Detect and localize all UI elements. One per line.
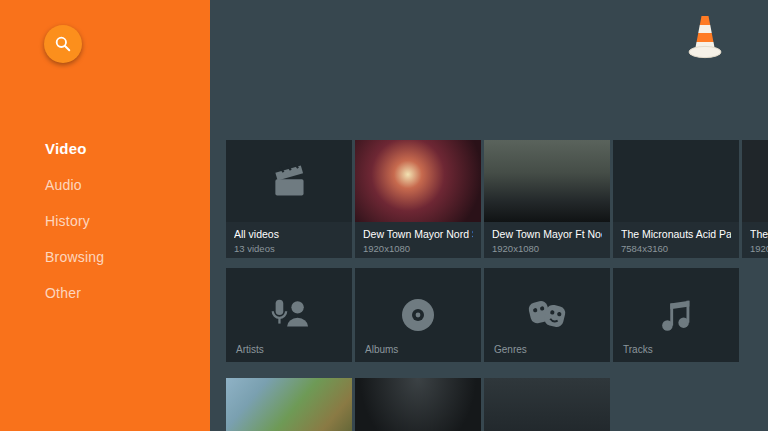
video-card[interactable]: Dew Town Mayor Nord Strea.. 1920x1080	[355, 140, 481, 258]
video-resolution: 1920	[750, 243, 768, 254]
search-button[interactable]	[44, 25, 82, 63]
clapperboard-icon	[267, 161, 311, 201]
video-resolution: 1920x1080	[492, 243, 602, 254]
tile-label: Artists	[236, 344, 264, 355]
tracks-tile[interactable]: Tracks	[613, 268, 739, 362]
video-card-partial[interactable]	[355, 378, 481, 431]
music-note-icon	[655, 294, 697, 336]
video-thumbnail	[613, 140, 739, 222]
video-thumbnail	[226, 378, 352, 431]
sidebar: Video Audio History Browsing Other	[0, 0, 210, 431]
main-content: All videos 13 videos Dew Town Mayor Nord…	[210, 0, 768, 431]
video-resolution: 7584x3160	[621, 243, 731, 254]
video-title: Dew Town Mayor Ft Noël Ras..	[492, 228, 602, 240]
sidebar-item-other[interactable]: Other	[0, 275, 210, 311]
tile-label: Genres	[494, 344, 527, 355]
albums-tile[interactable]: Albums	[355, 268, 481, 362]
artists-tile[interactable]: Artists	[226, 268, 352, 362]
video-row: All videos 13 videos Dew Town Mayor Nord…	[226, 140, 768, 258]
sidebar-item-history[interactable]: History	[0, 203, 210, 239]
video-card-partial[interactable]	[484, 378, 610, 431]
video-thumbnail	[355, 140, 481, 222]
video-thumbnail	[484, 378, 610, 431]
sidebar-item-video[interactable]: Video	[0, 130, 210, 167]
theater-masks-icon	[524, 294, 570, 336]
vlc-tv-app: Video Audio History Browsing Other	[0, 0, 768, 431]
video-resolution: 1920x1080	[363, 243, 473, 254]
video-title: Dew Town Mayor Nord Strea..	[363, 228, 473, 240]
video-card[interactable]: Dew Town Mayor Ft Noël Ras.. 1920x1080	[484, 140, 610, 258]
tile-label: Tracks	[623, 344, 653, 355]
genres-tile[interactable]: Genres	[484, 268, 610, 362]
all-videos-thumb	[226, 140, 352, 222]
video-card[interactable]: The Micronauts Acid Party [O.. 7584x3160	[613, 140, 739, 258]
bottom-row	[226, 378, 610, 431]
vlc-cone-logo	[688, 12, 722, 59]
sidebar-item-browsing[interactable]: Browsing	[0, 239, 210, 275]
artists-icon	[266, 294, 312, 336]
card-subtitle: 13 videos	[234, 243, 344, 254]
albums-icon	[396, 293, 440, 337]
card-title: All videos	[234, 228, 344, 240]
video-thumbnail	[355, 378, 481, 431]
audio-categories-row: Artists Albums	[226, 268, 739, 362]
video-title: The M	[750, 228, 768, 240]
video-title: The Micronauts Acid Party [O..	[621, 228, 731, 240]
all-videos-card[interactable]: All videos 13 videos	[226, 140, 352, 258]
video-thumbnail	[484, 140, 610, 222]
video-card-clipped[interactable]: The M 1920	[742, 140, 768, 258]
video-thumbnail	[742, 140, 768, 222]
sidebar-menu: Video Audio History Browsing Other	[0, 130, 210, 311]
sidebar-item-audio[interactable]: Audio	[0, 167, 210, 203]
search-icon	[53, 34, 73, 54]
video-card-partial[interactable]	[226, 378, 352, 431]
tile-label: Albums	[365, 344, 398, 355]
all-videos-caption: All videos 13 videos	[226, 222, 352, 258]
